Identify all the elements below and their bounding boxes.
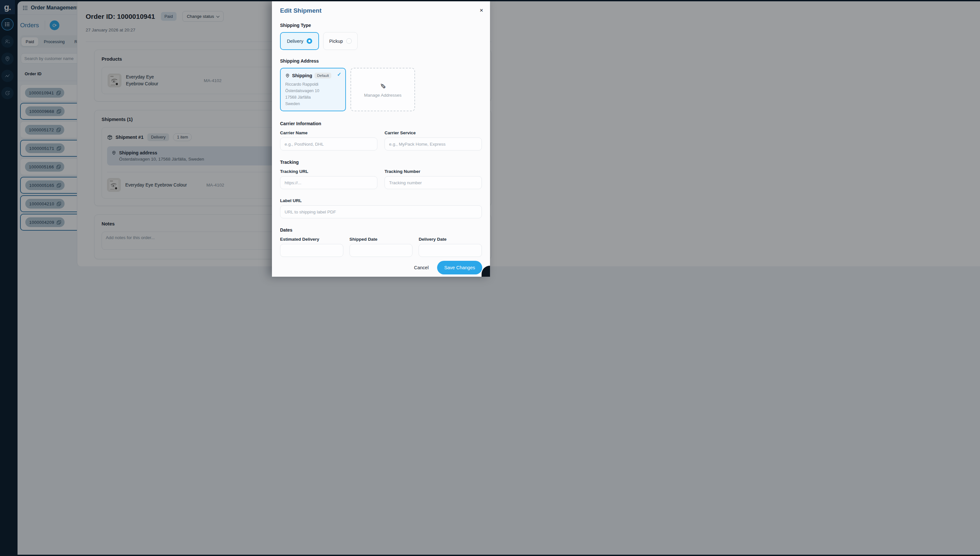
shipping-type-label: Shipping Type [280, 23, 482, 28]
radio-selected-icon [307, 38, 312, 44]
shipped-date-label: Shipped Date [349, 237, 413, 242]
radio-unselected-icon [346, 38, 352, 44]
map-pin-icon [285, 73, 290, 78]
address-card-shipping[interactable]: ✓ Shipping Default Riccardo Rappoldi Öst… [280, 68, 346, 111]
manage-addresses-button[interactable]: ✎ Manage Addresses [351, 68, 415, 111]
save-changes-button[interactable]: Save Changes [437, 261, 482, 275]
address-card-title: Shipping [292, 73, 312, 78]
panel-footer: Cancel Save Changes [272, 258, 490, 277]
carrier-name-label: Carrier Name [280, 130, 377, 135]
check-icon: ✓ [337, 71, 341, 78]
panel-title: Edit Shipment [280, 7, 482, 14]
default-badge: Default [314, 73, 332, 79]
shipped-date-input[interactable] [349, 244, 413, 257]
carrier-service-input[interactable] [385, 137, 482, 150]
shipping-address-label: Shipping Address [280, 58, 482, 63]
carrier-heading: Carrier Information [280, 121, 482, 126]
cancel-button[interactable]: Cancel [414, 265, 429, 270]
tracking-number-input[interactable] [385, 176, 482, 189]
tracking-url-input[interactable] [280, 176, 377, 189]
edit-shipment-panel: × Edit Shipment Shipping Type Delivery P… [272, 1, 490, 277]
tracking-number-label: Tracking Number [385, 169, 482, 174]
address-lines: Riccardo Rappoldi Österdalsvagen 10 1756… [285, 81, 341, 107]
pencil-icon: ✎ [379, 83, 387, 89]
tracking-heading: Tracking [280, 160, 482, 165]
shipping-type-delivery[interactable]: Delivery [280, 32, 319, 50]
delivery-date-label: Delivery Date [419, 237, 482, 242]
dates-heading: Dates [280, 227, 482, 233]
tracking-url-label: Tracking URL [280, 169, 377, 174]
carrier-name-input[interactable] [280, 137, 377, 150]
close-icon[interactable]: × [480, 7, 483, 13]
delivery-date-input[interactable] [419, 244, 482, 257]
label-url-label: Label URL [280, 198, 482, 203]
estimated-delivery-label: Estimated Delivery [280, 237, 343, 242]
carrier-service-label: Carrier Service [385, 130, 482, 135]
estimated-delivery-input[interactable] [280, 244, 343, 257]
shipping-type-pickup[interactable]: Pickup [323, 32, 357, 50]
label-url-input[interactable] [280, 205, 482, 218]
